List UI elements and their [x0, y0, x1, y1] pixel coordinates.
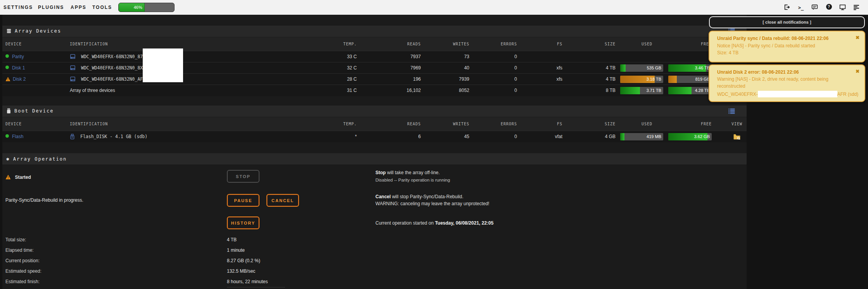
- notification-body: Warning [NAS] - Disk 2, drive not ready,…: [717, 76, 828, 82]
- usb-drive-icon: [70, 132, 75, 144]
- stat-label-estimated-finish: Estimated finish:: [5, 279, 40, 284]
- col-writes: WRITES: [431, 117, 469, 131]
- status-ok-icon: [5, 66, 9, 69]
- stat-label-estimated-speed: Estimated speed:: [5, 268, 41, 274]
- array-started-status: Started: [5, 173, 31, 181]
- status-ok-icon: [5, 134, 9, 138]
- stop-description: Stop will take the array off-line.: [375, 170, 440, 175]
- stop-button[interactable]: STOP: [227, 170, 259, 183]
- menu-settings[interactable]: SETTINGS: [3, 0, 33, 15]
- stop-disabled-note: Disabled -- Parity operation is running: [375, 178, 450, 182]
- cancel-description: Cancel will stop Parity-Sync/Data-Rebuil…: [375, 194, 463, 199]
- cell-reads: 6: [382, 131, 421, 142]
- col-size: SIZE: [577, 37, 616, 51]
- cell-errors: 0: [478, 62, 517, 74]
- device-link-disk1[interactable]: Disk 1: [12, 65, 25, 71]
- device-link-flash[interactable]: Flash: [12, 134, 23, 139]
- stat-label-current-position: Current position:: [5, 258, 40, 263]
- disk-stack-icon: [6, 27, 12, 38]
- col-used: USED: [614, 117, 652, 131]
- usb-flash-icon: [6, 107, 11, 118]
- status-ok-icon: [5, 54, 9, 58]
- col-identification: IDENTIFICATION: [70, 117, 108, 131]
- used-bar: 419 MB: [620, 133, 663, 140]
- browse-folder-icon[interactable]: [721, 131, 752, 142]
- col-reads: READS: [382, 37, 421, 51]
- col-free: FREE: [673, 117, 712, 131]
- cell-writes: 40: [431, 62, 469, 74]
- array-totals-label: Array of three devices: [70, 85, 115, 96]
- cell-errors: 0: [478, 51, 517, 62]
- redaction-box: [143, 48, 183, 82]
- col-fs: FS: [524, 117, 562, 131]
- col-temp: TEMP.: [318, 117, 357, 131]
- notification-body: reconstructed: [717, 83, 745, 89]
- col-free: FREE: [673, 37, 712, 51]
- warning-icon: [5, 74, 10, 86]
- stat-label-total-size: Total size:: [5, 237, 26, 242]
- cancel-warning: WARNING: canceling may leave the array u…: [375, 201, 489, 206]
- boot-table-header: DEVICE IDENTIFICATION TEMP. READS WRITES…: [2, 117, 747, 131]
- parity-progress-bar: 46%: [118, 3, 175, 12]
- cell-temp: *: [318, 131, 357, 142]
- log-icon[interactable]: [853, 4, 860, 11]
- table-row-array-totals: Array of three devices 31 C 16,102 8052 …: [2, 85, 747, 96]
- monitor-icon[interactable]: [839, 4, 846, 11]
- close-icon[interactable]: ✖: [856, 35, 859, 40]
- cell-temp: 33 C: [318, 51, 357, 62]
- close-icon[interactable]: ✖: [856, 69, 859, 74]
- col-view: VIEW: [721, 117, 752, 131]
- cell-temp: 31 C: [318, 85, 357, 96]
- cell-size: 4 TB: [577, 62, 616, 74]
- boot-device-section-bar: Boot Device: [2, 106, 747, 117]
- stat-value-estimated-finish: 8 hours, 22 minutes: [227, 279, 268, 284]
- help-icon[interactable]: ?: [825, 4, 832, 11]
- col-writes: WRITES: [431, 37, 469, 51]
- close-all-notifications-button[interactable]: [ close all notifications ]: [709, 16, 865, 28]
- table-row-disk2: Disk 2 WDC_WD40EFRX-68N32N0_AFR - 4 TB (…: [2, 73, 747, 85]
- cell-fs: vfat: [524, 131, 562, 142]
- unraid-main-page: { "menu": { "items": [ {"label": "SETTIN…: [0, 0, 868, 289]
- menu-tools[interactable]: TOOLS: [92, 0, 112, 15]
- stats-divider: [227, 287, 285, 287]
- history-button[interactable]: HISTORY: [227, 216, 259, 229]
- col-temp: TEMP.: [318, 37, 357, 51]
- cell-reads: 196: [382, 74, 421, 85]
- cancel-button[interactable]: CANCEL: [266, 194, 299, 207]
- cell-reads: 16,102: [382, 85, 421, 96]
- terminal-icon[interactable]: >_: [797, 4, 804, 11]
- col-device: DEVICE: [5, 37, 22, 51]
- array-table-header: DEVICE IDENTIFICATION TEMP. READS WRITES…: [2, 37, 747, 51]
- notification-body: Notice [NAS] - Parity sync / Data rebuil…: [717, 43, 815, 48]
- feedback-icon[interactable]: [811, 4, 818, 11]
- notification-parity-sync: Unraid Parity sync / Data rebuild: 08-06…: [709, 31, 865, 62]
- cell-writes: 8052: [431, 85, 469, 96]
- warning-icon: [5, 174, 11, 181]
- array-devices-section-bar: Array Devices: [2, 26, 747, 37]
- started-label: Started: [15, 175, 31, 180]
- stat-label-elapsed-time: Elapsed time:: [5, 247, 34, 253]
- menu-apps[interactable]: APPS: [71, 0, 86, 15]
- cell-fs: xfs: [524, 74, 562, 85]
- pause-button[interactable]: PAUSE: [227, 194, 259, 207]
- free-bar: 4.28 TB: [668, 87, 712, 94]
- list-view-icon[interactable]: [728, 108, 735, 114]
- cell-fs: xfs: [524, 62, 562, 74]
- menu-plugins[interactable]: PLUGINS: [38, 0, 64, 15]
- free-bar: 3.62 GB: [668, 133, 712, 140]
- cell-reads: 7969: [382, 62, 421, 74]
- col-identification: IDENTIFICATION: [70, 37, 108, 51]
- logout-icon[interactable]: [783, 4, 790, 11]
- cell-writes: 73: [431, 51, 469, 62]
- help-glyph: ?: [826, 4, 832, 10]
- used-bar: 3.18 TB: [620, 76, 663, 83]
- cell-size: 8 TB: [577, 85, 616, 96]
- parity-sync-progress-label: Parity-Sync/Data-Rebuild in progress.: [5, 197, 83, 203]
- col-reads: READS: [382, 117, 421, 131]
- col-errors: ERRORS: [478, 117, 517, 131]
- device-link-parity[interactable]: Parity: [12, 54, 24, 59]
- cell-errors: 0: [478, 131, 517, 142]
- stat-value-estimated-speed: 132.5 MB/sec: [227, 268, 255, 274]
- cell-size: 4 GB: [577, 131, 616, 142]
- device-link-disk2[interactable]: Disk 2: [13, 76, 26, 82]
